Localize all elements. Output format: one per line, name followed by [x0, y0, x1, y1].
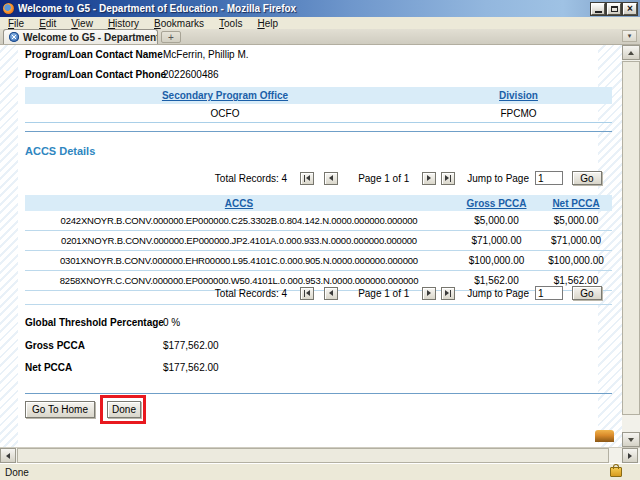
horizontal-scrollbar[interactable]	[0, 447, 640, 463]
restore-icon	[611, 6, 618, 12]
menu-tools[interactable]: Tools	[219, 18, 242, 29]
pagination-top: Total Records: 4 Page 1 of 1 Jump to Pag…	[25, 170, 612, 186]
first-page-button[interactable]	[300, 172, 314, 185]
gross-pcca-cell: $100,000.00	[453, 255, 540, 266]
gross-pcca-total-value: $177,562.00	[163, 340, 219, 351]
go-button[interactable]: Go	[572, 286, 602, 300]
scroll-left-button[interactable]	[0, 448, 16, 463]
division-header-link[interactable]: Division	[499, 90, 538, 101]
accs-code: 0242XNOYR.B.CONV.000000.EP000000.C25.330…	[25, 215, 453, 226]
previous-page-icon	[329, 175, 333, 181]
first-page-button[interactable]	[300, 287, 314, 300]
net-pcca-total-label: Net PCCA	[25, 362, 72, 373]
scroll-right-button[interactable]	[622, 448, 638, 463]
accs-code: 0201XNOYR.B.CONV.000000.EP000000.JP2.410…	[25, 235, 453, 246]
secondary-program-office-header-link[interactable]: Secondary Program Office	[162, 90, 288, 101]
next-page-icon	[427, 175, 431, 181]
accs-header-link[interactable]: ACCS	[225, 198, 253, 209]
accs-code: 0301XNOYR.B.CONV.000000.EHR00000.L95.410…	[25, 255, 453, 266]
accs-table-header: ACCS Gross PCCA Net PCCA	[25, 195, 612, 211]
status-bar: Done	[0, 463, 640, 480]
menu-help[interactable]: Help	[257, 18, 278, 29]
accs-table-row: 0242XNOYR.B.CONV.000000.EP000000.C25.330…	[25, 211, 612, 231]
total-records-label: Total Records: 4	[215, 173, 287, 184]
first-page-icon	[304, 290, 305, 297]
accs-details-heading: ACCS Details	[25, 145, 95, 157]
next-page-button[interactable]	[422, 287, 436, 300]
net-pcca-cell: $100,000.00	[540, 255, 612, 266]
firefox-icon	[3, 3, 14, 14]
annotation-highlight-box	[100, 395, 146, 424]
jump-to-page-input[interactable]	[535, 286, 563, 300]
division-value: FPCMO	[425, 108, 612, 119]
global-threshold-value: 0 %	[163, 317, 180, 328]
page-left-border-pattern	[0, 45, 18, 447]
vertical-scrollbar[interactable]	[622, 45, 640, 447]
accs-table-row: 0301XNOYR.B.CONV.000000.EHR00000.L95.410…	[25, 251, 612, 271]
menu-bookmarks[interactable]: Bookmarks	[154, 18, 204, 29]
horizontal-scrollbar-thumb[interactable]	[17, 448, 609, 463]
page-content: Program/Loan Contact Name McFerrin, Phil…	[0, 45, 622, 447]
firefox-window: Welcome to G5 - Department of Education …	[0, 0, 640, 480]
clipped-page-graphic	[595, 430, 614, 442]
menu-bar: File Edit View History Bookmarks Tools H…	[0, 17, 640, 29]
go-button[interactable]: Go	[572, 171, 602, 185]
list-all-tabs-button[interactable]: ▾	[622, 30, 637, 42]
new-tab-button[interactable]: +	[161, 31, 181, 43]
previous-page-button[interactable]	[324, 287, 338, 300]
scroll-up-button[interactable]	[622, 45, 640, 60]
contact-name-label: Program/Loan Contact Name	[25, 49, 163, 60]
window-title: Welcome to G5 - Department of Education …	[18, 3, 591, 14]
total-records-label: Total Records: 4	[215, 288, 287, 299]
table-bottom-divider	[25, 304, 612, 305]
jump-to-page-label: Jump to Page	[467, 288, 529, 299]
last-page-button[interactable]	[441, 287, 455, 300]
scroll-down-button[interactable]	[622, 432, 640, 447]
global-threshold-row: Global Threshold Percentage 0 %	[25, 317, 585, 330]
gross-pcca-total-label: Gross PCCA	[25, 340, 85, 351]
g5-favicon-icon	[9, 32, 19, 42]
jump-to-page-input[interactable]	[535, 171, 563, 185]
contact-phone-row: Program/Loan Contact Phone 2022600486	[25, 69, 585, 82]
vertical-scrollbar-thumb[interactable]	[622, 61, 640, 415]
previous-page-button[interactable]	[324, 172, 338, 185]
gross-pcca-header-link[interactable]: Gross PCCA	[466, 198, 526, 209]
arrow-left-icon	[6, 453, 10, 459]
menu-view[interactable]: View	[71, 18, 93, 29]
next-page-icon	[427, 290, 431, 296]
menu-edit[interactable]: Edit	[39, 18, 56, 29]
contact-name-value: McFerrin, Phillip M.	[163, 49, 249, 60]
office-table-header: Secondary Program Office Division	[25, 87, 612, 104]
last-page-icon	[450, 290, 451, 297]
arrow-right-icon	[628, 453, 632, 459]
menu-history[interactable]: History	[108, 18, 139, 29]
office-table: Secondary Program Office Division OCFO F…	[25, 87, 612, 123]
next-page-button[interactable]	[422, 172, 436, 185]
net-pcca-total-row: Net PCCA $177,562.00	[25, 362, 585, 375]
menu-file[interactable]: File	[8, 18, 24, 29]
contact-phone-label: Program/Loan Contact Phone	[25, 69, 166, 80]
arrow-down-icon	[628, 438, 634, 442]
contact-phone-value: 2022600486	[163, 69, 219, 80]
pagination-bottom: Total Records: 4 Page 1 of 1 Jump to Pag…	[25, 285, 612, 301]
accs-table: ACCS Gross PCCA Net PCCA 0242XNOYR.B.CON…	[25, 195, 612, 291]
global-threshold-label: Global Threshold Percentage	[25, 317, 164, 328]
net-pcca-header-link[interactable]: Net PCCA	[552, 198, 599, 209]
close-button[interactable]: ×	[623, 3, 637, 15]
footer-divider	[25, 393, 612, 394]
gross-pcca-total-row: Gross PCCA $177,562.00	[25, 340, 585, 353]
go-to-home-button[interactable]: Go To Home	[25, 401, 95, 418]
page-info-label: Page 1 of 1	[358, 288, 409, 299]
secure-lock-icon	[610, 467, 622, 477]
minimize-button[interactable]	[591, 3, 605, 15]
tab-welcome-g5[interactable]: Welcome to G5 - Department of Edu...	[3, 29, 158, 44]
last-page-button[interactable]	[441, 172, 455, 185]
restore-button[interactable]	[607, 3, 621, 15]
net-pcca-total-value: $177,562.00	[163, 362, 219, 373]
first-page-icon	[304, 175, 305, 182]
contact-name-row: Program/Loan Contact Name McFerrin, Phil…	[25, 49, 585, 62]
gross-pcca-cell: $71,000.00	[453, 235, 540, 246]
page-info-label: Page 1 of 1	[358, 173, 409, 184]
arrow-up-icon	[628, 51, 634, 55]
office-table-row: OCFO FPCMO	[25, 104, 612, 123]
